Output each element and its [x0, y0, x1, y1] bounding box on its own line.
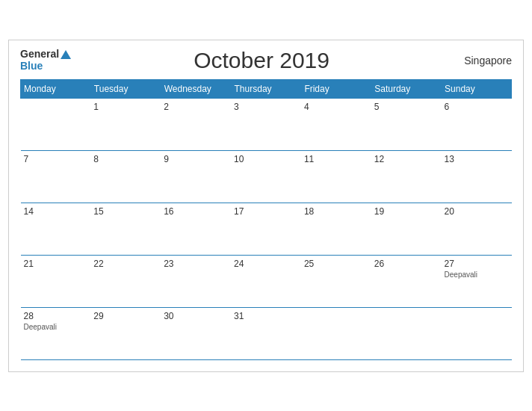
calendar-week-row: 78910111213	[21, 150, 512, 203]
day-number: 28	[24, 311, 88, 321]
country-label: Singapore	[452, 55, 512, 67]
calendar-day-cell: 23	[161, 255, 231, 307]
day-number: 1	[93, 102, 158, 112]
day-number: 7	[24, 154, 88, 164]
calendar-day-cell: 16	[161, 203, 231, 255]
logo-triangle-icon	[61, 50, 71, 59]
day-number: 17	[234, 206, 298, 217]
weekday-header-wednesday: Wednesday	[161, 79, 231, 98]
weekday-header-friday: Friday	[301, 79, 371, 98]
day-number: 16	[164, 206, 228, 217]
day-number: 18	[304, 206, 368, 217]
weekday-header-sunday: Sunday	[442, 79, 512, 98]
day-number: 4	[304, 102, 368, 112]
day-number: 20	[445, 206, 509, 217]
calendar-day-cell: 1	[90, 98, 161, 150]
day-number: 15	[93, 206, 158, 217]
calendar-table: MondayTuesdayWednesdayThursdayFridaySatu…	[20, 79, 512, 360]
day-number: 22	[93, 259, 158, 269]
calendar-day-cell: 18	[301, 203, 371, 255]
day-number: 26	[374, 259, 439, 269]
day-number: 14	[24, 206, 88, 217]
calendar-container: General Blue October 2019 Singapore Mond…	[8, 40, 524, 372]
day-number: 19	[374, 206, 439, 217]
holiday-label: Deepavali	[445, 271, 509, 279]
calendar-day-cell: 30	[161, 307, 231, 359]
calendar-day-cell: 4	[301, 98, 371, 150]
calendar-day-cell: 26	[371, 255, 442, 307]
logo: General Blue	[20, 49, 71, 72]
calendar-day-cell: 15	[90, 203, 161, 255]
calendar-day-cell: 13	[442, 150, 512, 203]
calendar-day-cell: 19	[371, 203, 442, 255]
calendar-day-cell: 3	[231, 98, 301, 150]
calendar-day-cell: 29	[90, 307, 161, 359]
calendar-day-cell: 28Deepavali	[21, 307, 91, 359]
day-number: 13	[445, 154, 509, 164]
calendar-day-cell: 20	[442, 203, 512, 255]
calendar-day-cell: 5	[371, 98, 442, 150]
day-number: 30	[164, 311, 228, 321]
calendar-day-cell: 8	[90, 150, 161, 203]
calendar-day-cell: 21	[21, 255, 91, 307]
day-number: 6	[445, 102, 509, 112]
day-number: 31	[234, 311, 298, 321]
calendar-day-cell: 22	[90, 255, 161, 307]
holiday-label: Deepavali	[24, 323, 88, 331]
day-number: 5	[374, 102, 439, 112]
weekday-header-tuesday: Tuesday	[90, 79, 161, 98]
calendar-day-cell	[301, 307, 371, 359]
weekday-header-monday: Monday	[21, 79, 91, 98]
calendar-day-cell	[21, 98, 91, 150]
day-number: 9	[164, 154, 228, 164]
month-title: October 2019	[71, 48, 452, 73]
calendar-week-row: 123456	[21, 98, 512, 150]
calendar-day-cell: 17	[231, 203, 301, 255]
calendar-day-cell: 27Deepavali	[442, 255, 512, 307]
calendar-day-cell: 24	[231, 255, 301, 307]
calendar-week-row: 28Deepavali293031	[21, 307, 512, 359]
day-number: 11	[304, 154, 368, 164]
day-number: 24	[234, 259, 298, 269]
calendar-day-cell: 7	[21, 150, 91, 203]
calendar-day-cell: 14	[21, 203, 91, 255]
weekday-header-saturday: Saturday	[371, 79, 442, 98]
day-number: 29	[93, 311, 158, 321]
day-number: 3	[234, 102, 298, 112]
day-number: 10	[234, 154, 298, 164]
calendar-day-cell	[442, 307, 512, 359]
calendar-day-cell: 11	[301, 150, 371, 203]
day-number: 2	[164, 102, 228, 112]
day-number: 12	[374, 154, 439, 164]
day-number: 27	[445, 259, 509, 269]
calendar-day-cell: 10	[231, 150, 301, 203]
calendar-week-row: 14151617181920	[21, 203, 512, 255]
day-number: 25	[304, 259, 368, 269]
logo-general-text: General	[20, 49, 59, 60]
calendar-day-cell: 9	[161, 150, 231, 203]
calendar-week-row: 21222324252627Deepavali	[21, 255, 512, 307]
weekday-header-thursday: Thursday	[231, 79, 301, 98]
day-number: 23	[164, 259, 228, 269]
weekday-header-row: MondayTuesdayWednesdayThursdayFridaySatu…	[21, 79, 512, 98]
calendar-day-cell: 31	[231, 307, 301, 359]
calendar-day-cell: 6	[442, 98, 512, 150]
calendar-day-cell: 25	[301, 255, 371, 307]
day-number: 8	[93, 154, 158, 164]
calendar-header: General Blue October 2019 Singapore	[20, 48, 512, 73]
logo-blue-text: Blue	[20, 61, 71, 72]
calendar-day-cell: 2	[161, 98, 231, 150]
day-number: 21	[24, 259, 88, 269]
calendar-day-cell	[371, 307, 442, 359]
calendar-day-cell: 12	[371, 150, 442, 203]
